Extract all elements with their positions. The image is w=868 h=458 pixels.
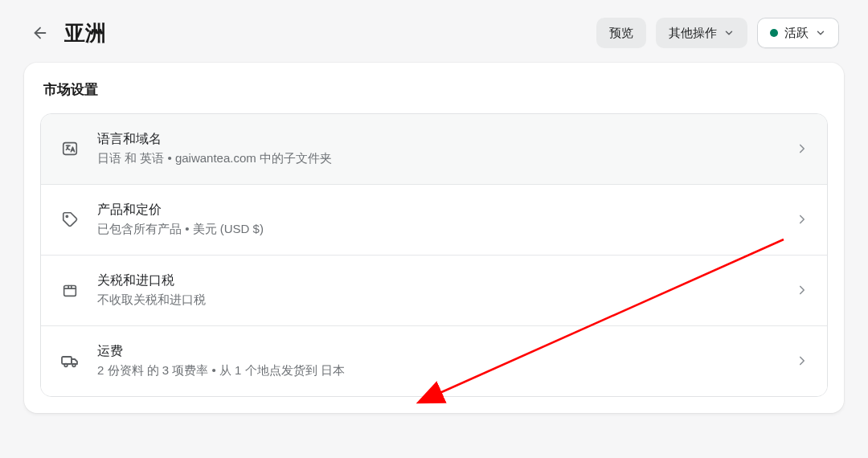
box-icon — [59, 279, 81, 301]
status-dot-icon — [770, 29, 778, 37]
pricetag-icon — [59, 208, 81, 231]
more-actions-button[interactable]: 其他操作 — [656, 18, 747, 48]
chevron-right-icon — [795, 283, 809, 297]
chevron-right-icon — [795, 212, 809, 227]
row-shipping[interactable]: 运费 2 份资料 的 3 项费率 • 从 1 个地点发货到 日本 — [41, 325, 827, 396]
more-actions-label: 其他操作 — [669, 26, 717, 41]
row-subtitle: 2 份资料 的 3 项费率 • 从 1 个地点发货到 日本 — [97, 362, 779, 380]
back-button[interactable] — [29, 22, 51, 44]
preview-button[interactable]: 预览 — [596, 18, 646, 48]
chevron-down-icon — [723, 27, 735, 39]
card-title: 市场设置 — [40, 80, 828, 99]
truck-icon — [59, 350, 81, 372]
page-header: 亚洲 预览 其他操作 活跃 — [24, 14, 844, 63]
language-icon — [59, 137, 81, 160]
row-subtitle: 不收取关税和进口税 — [97, 291, 779, 309]
page-title: 亚洲 — [64, 19, 106, 47]
svg-point-5 — [64, 364, 68, 367]
header-actions: 预览 其他操作 活跃 — [596, 18, 839, 48]
settings-list: 语言和域名 日语 和 英语 • gaiwantea.com 中的子文件夹 产品和… — [40, 113, 828, 397]
row-body: 语言和域名 日语 和 英语 • gaiwantea.com 中的子文件夹 — [97, 130, 779, 168]
market-settings-card: 市场设置 语言和域名 日语 和 英语 • gaiwantea.com 中的子文件… — [24, 63, 844, 413]
chevron-right-icon — [795, 354, 809, 368]
chevron-right-icon — [795, 141, 809, 156]
row-body: 运费 2 份资料 的 3 项费率 • 从 1 个地点发货到 日本 — [97, 342, 779, 380]
svg-point-6 — [72, 364, 76, 367]
row-title: 语言和域名 — [97, 130, 779, 148]
arrow-left-icon — [31, 24, 49, 42]
row-duties-taxes[interactable]: 关税和进口税 不收取关税和进口税 — [41, 255, 827, 325]
preview-label: 预览 — [609, 26, 633, 41]
svg-point-2 — [66, 216, 68, 218]
status-button[interactable]: 活跃 — [757, 18, 839, 48]
svg-rect-4 — [62, 357, 72, 364]
row-title: 产品和定价 — [97, 201, 779, 219]
row-products-pricing[interactable]: 产品和定价 已包含所有产品 • 美元 (USD $) — [41, 184, 827, 255]
row-subtitle: 已包含所有产品 • 美元 (USD $) — [97, 220, 779, 239]
row-title: 关税和进口税 — [97, 272, 779, 289]
row-subtitle: 日语 和 英语 • gaiwantea.com 中的子文件夹 — [97, 149, 779, 168]
header-left: 亚洲 — [29, 19, 106, 47]
row-title: 运费 — [97, 342, 779, 360]
svg-rect-1 — [63, 143, 77, 155]
row-language-domain[interactable]: 语言和域名 日语 和 英语 • gaiwantea.com 中的子文件夹 — [41, 114, 827, 184]
status-label: 活跃 — [784, 26, 809, 41]
row-body: 关税和进口税 不收取关税和进口税 — [97, 272, 779, 309]
row-body: 产品和定价 已包含所有产品 • 美元 (USD $) — [97, 201, 779, 239]
svg-rect-3 — [64, 286, 76, 296]
chevron-down-icon — [815, 27, 826, 39]
